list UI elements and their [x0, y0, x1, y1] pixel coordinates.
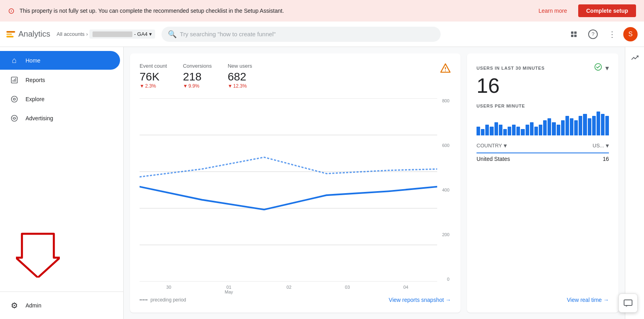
realtime-title: USERS IN LAST 30 MINUTES: [477, 66, 545, 70]
home-icon: ⌂: [10, 56, 19, 65]
svg-marker-7: [16, 234, 60, 278]
logo-area: Analytics: [6, 29, 50, 39]
sidebar-item-advertising-label: Advertising: [26, 115, 53, 121]
svg-point-4: [12, 96, 18, 102]
bar-item: [561, 120, 565, 135]
bar-item: [530, 122, 534, 135]
realtime-country-filter-row: COUNTRY ▾ US... ▾: [477, 142, 609, 149]
svg-point-5: [14, 98, 16, 100]
reports-icon: [10, 76, 19, 84]
learn-more-link[interactable]: Learn more: [538, 8, 567, 14]
chart-x-labels: 30 01May 02 03 04: [140, 285, 451, 294]
sidebar-item-reports[interactable]: Reports: [0, 71, 120, 89]
country-name: United States: [477, 156, 510, 162]
sidebar-item-reports-label: Reports: [26, 77, 45, 83]
metric-event-count-label: Event count: [140, 63, 167, 69]
bar-item: [512, 125, 516, 135]
bar-item: [543, 120, 547, 135]
bar-item: [557, 125, 560, 135]
bar-item: [592, 116, 596, 135]
user-avatar[interactable]: S: [623, 27, 638, 41]
country-value-chevron-icon: ▾: [606, 142, 609, 149]
bar-item: [477, 127, 480, 135]
bar-item: [539, 125, 542, 135]
bar-item: [597, 112, 600, 135]
sidebar-item-explore[interactable]: Explore: [0, 90, 120, 108]
bar-item: [601, 114, 605, 136]
sidebar-item-home[interactable]: ⌂ Home: [0, 51, 120, 70]
realtime-dropdown-button[interactable]: ▾: [605, 64, 609, 72]
all-accounts-link[interactable]: All accounts: [57, 31, 85, 37]
warning-triangle-icon: [440, 63, 451, 74]
metric-event-count-value: 76K: [140, 70, 167, 83]
more-vert-icon: ⋮: [608, 29, 616, 39]
bar-item: [605, 116, 609, 135]
logo-bar-top: [6, 36, 14, 37]
realtime-controls: ▾: [594, 63, 609, 73]
bar-item: [588, 118, 591, 136]
chart-svg: [140, 98, 451, 282]
app-title: Analytics: [18, 29, 50, 39]
view-reports-link[interactable]: View reports snapshot →: [389, 297, 451, 303]
chat-icon: [623, 298, 633, 308]
x-label-01: 01May: [225, 285, 233, 294]
realtime-panel: USERS IN LAST 30 MINUTES ▾ 16 USERS PER …: [467, 53, 618, 313]
account-nav[interactable]: All accounts › - GA4 ▾: [57, 29, 155, 39]
property-dropdown-icon: ▾: [149, 31, 152, 37]
logo-bar-middle: [6, 33, 12, 35]
country-filter-label[interactable]: COUNTRY ▾: [477, 142, 507, 149]
property-name-redacted: [93, 31, 132, 37]
settings-icon: ⚙: [10, 301, 19, 310]
sidebar-item-advertising[interactable]: Advertising: [0, 110, 120, 127]
help-button[interactable]: ?: [585, 26, 601, 42]
arrow-annotation: [16, 230, 60, 279]
complete-setup-button[interactable]: Complete setup: [578, 4, 636, 17]
main-layout: ⌂ Home Reports Explore: [0, 47, 644, 319]
bar-item: [552, 122, 555, 135]
realtime-user-count: 16: [477, 74, 609, 97]
advertising-icon: [10, 114, 19, 122]
metric-new-users: New users 682 ▼ 12.3%: [228, 63, 252, 89]
property-selector[interactable]: - GA4 ▾: [89, 29, 155, 39]
chat-button[interactable]: [618, 294, 638, 313]
metric-event-count-change: ▼ 2.3%: [140, 83, 167, 89]
more-options-button[interactable]: ⋮: [604, 26, 620, 42]
apps-grid-icon: [571, 31, 577, 37]
analytics-logo: [6, 31, 15, 37]
bar-item: [490, 127, 493, 135]
content-area: Event count 76K ▼ 2.3% Conversions 218 ▼…: [124, 47, 644, 319]
logo-bar-bottom: [6, 31, 15, 33]
users-per-minute-barchart: [477, 112, 609, 135]
chart-y-labels: 800 600 400 200 0: [442, 98, 451, 282]
svg-point-6: [12, 115, 18, 121]
property-suffix: - GA4: [134, 31, 148, 37]
down-arrow-icon-conv: ▼: [183, 83, 188, 89]
x-label-30: 30: [166, 285, 171, 294]
metric-conversions: Conversions 218 ▼ 9.9%: [183, 63, 212, 89]
right-edge-panel: [625, 47, 644, 319]
sidebar-item-explore-label: Explore: [26, 96, 44, 102]
metrics-row: Event count 76K ▼ 2.3% Conversions 218 ▼…: [140, 63, 451, 89]
view-realtime-link[interactable]: View real time →: [567, 297, 609, 303]
header-actions: ? ⋮ S: [566, 26, 638, 42]
trending-up-icon[interactable]: [630, 53, 639, 64]
bar-item: [494, 122, 498, 135]
country-filter-value[interactable]: US... ▾: [593, 142, 609, 149]
bar-item: [547, 118, 551, 136]
realtime-active-icon: [594, 63, 602, 73]
bar-item: [481, 129, 484, 135]
search-placeholder: Try searching "how to create funnel": [180, 31, 276, 37]
setup-banner: ⊙ This property is not fully set up. You…: [0, 0, 644, 22]
apps-grid-button[interactable]: [566, 26, 582, 42]
svg-point-9: [445, 70, 446, 71]
help-icon: ?: [588, 29, 598, 39]
svg-rect-18: [624, 300, 632, 305]
search-bar[interactable]: 🔍 Try searching "how to create funnel": [161, 27, 441, 42]
sidebar-item-admin[interactable]: ⚙ Admin: [0, 296, 120, 315]
metric-conversions-value: 218: [183, 70, 212, 83]
chart-footer: preceding period View reports snapshot →: [140, 297, 451, 303]
sidebar-item-home-label: Home: [26, 57, 40, 64]
sidebar: ⌂ Home Reports Explore: [0, 47, 124, 319]
bar-item: [485, 125, 489, 135]
bar-item: [516, 127, 520, 135]
